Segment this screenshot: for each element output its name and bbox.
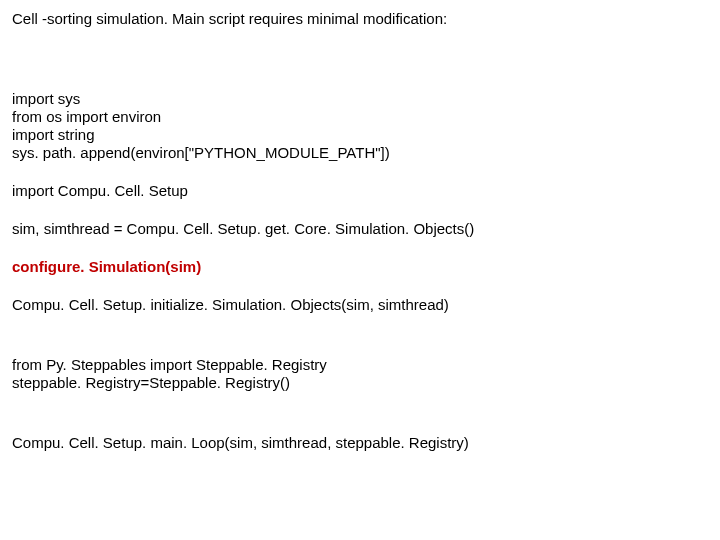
code-block-initialize: Compu. Cell. Setup. initialize. Simulati… [12,296,708,314]
code-line: Compu. Cell. Setup. main. Loop(sim, simt… [12,434,708,452]
code-block-imports: import sys from os import environ import… [12,90,708,162]
code-line: from os import environ [12,108,708,126]
code-line: import Compu. Cell. Setup [12,182,708,200]
code-line: from Py. Steppables import Steppable. Re… [12,356,708,374]
code-block-import-setup: import Compu. Cell. Setup [12,182,708,200]
code-block-registry: from Py. Steppables import Steppable. Re… [12,356,708,392]
code-line: import string [12,126,708,144]
code-line: Compu. Cell. Setup. initialize. Simulati… [12,296,708,314]
code-block-configure: configure. Simulation(sim) [12,258,708,276]
code-line: sim, simthread = Compu. Cell. Setup. get… [12,220,708,238]
code-block-getcore: sim, simthread = Compu. Cell. Setup. get… [12,220,708,238]
document-page: Cell -sorting simulation. Main script re… [0,0,720,462]
code-line-highlight: configure. Simulation(sim) [12,258,708,276]
code-block-mainloop: Compu. Cell. Setup. main. Loop(sim, simt… [12,434,708,452]
code-line: sys. path. append(environ["PYTHON_MODULE… [12,144,708,162]
code-line: import sys [12,90,708,108]
page-title: Cell -sorting simulation. Main script re… [12,10,708,28]
code-line: steppable. Registry=Steppable. Registry(… [12,374,708,392]
